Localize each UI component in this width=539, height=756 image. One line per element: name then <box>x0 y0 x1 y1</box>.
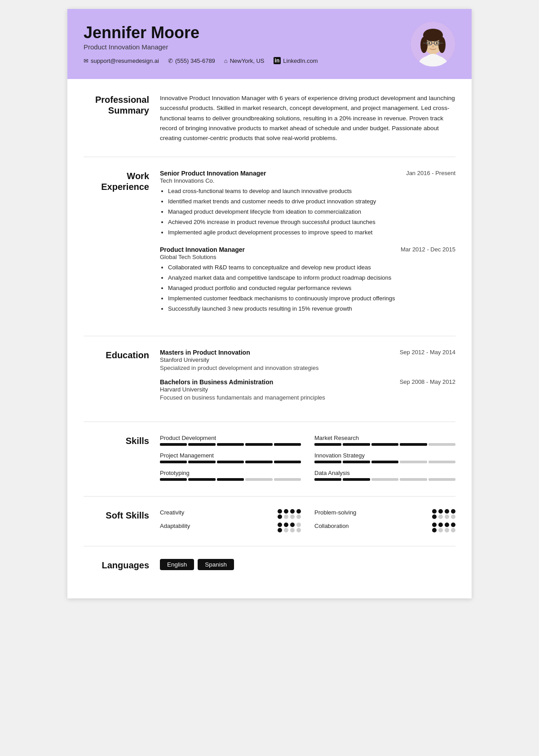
skill-item: Data Analysis <box>314 470 455 481</box>
edu-1: Masters in Product Innovation Sep 2012 -… <box>160 349 455 371</box>
bullet: Lead cross-functional teams to develop a… <box>168 187 455 196</box>
divider-3 <box>84 422 455 422</box>
divider-2 <box>84 336 455 336</box>
skill-segment <box>245 443 272 446</box>
edu-2-header: Bachelors in Business Administration Sep… <box>160 378 455 386</box>
skill-bars <box>314 461 455 463</box>
job-2: Product Innovation Manager Mar 2012 - De… <box>160 246 455 313</box>
dots-container <box>278 509 301 519</box>
dot <box>438 514 443 519</box>
dots-row <box>278 514 301 519</box>
bullet: Analyzed market data and competitive lan… <box>168 273 455 283</box>
skill-item: Prototyping <box>160 470 301 481</box>
skill-segment <box>343 443 370 446</box>
job-2-date: Mar 2012 - Dec 2015 <box>401 246 455 253</box>
dot <box>284 523 288 527</box>
dots-row <box>278 528 301 532</box>
dots-row <box>432 509 455 514</box>
languages-content: EnglishSpanish <box>160 559 455 571</box>
dot <box>445 528 449 532</box>
location-text: NewYork, US <box>230 57 265 64</box>
skill-name: Market Research <box>314 435 455 441</box>
dot <box>284 528 288 532</box>
skill-bars <box>314 478 455 481</box>
bullet: Identified market trends and customer ne… <box>168 197 455 207</box>
dot <box>438 528 443 532</box>
dot <box>445 509 449 514</box>
skill-segment <box>429 443 455 446</box>
contact-email: ✉ support@resumedesign.ai <box>84 57 159 64</box>
dots-row <box>278 523 301 527</box>
skill-segment <box>188 461 215 463</box>
dot <box>451 523 455 527</box>
resume-body: ProfessionalSummary Innovative Product I… <box>67 79 472 598</box>
phone-icon: ✆ <box>168 57 173 64</box>
dots-row <box>432 528 455 532</box>
dot <box>451 509 455 514</box>
contact-info: ✉ support@resumedesign.ai ✆ (555) 345-67… <box>84 57 318 64</box>
dots-row <box>432 523 455 527</box>
skill-bars <box>160 443 301 446</box>
dot <box>278 523 282 527</box>
summary-label: ProfessionalSummary <box>84 93 160 143</box>
edu-2-school: Harvard University <box>160 386 455 393</box>
skill-name: Product Development <box>160 435 301 441</box>
svg-point-13 <box>436 42 438 44</box>
dot <box>451 514 455 519</box>
skill-name: Prototyping <box>160 470 301 476</box>
resume-container: Jennifer Moore Product Innovation Manage… <box>67 9 472 598</box>
bullet: Successfully launched 3 new products res… <box>168 304 455 314</box>
soft-skills-grid: CreativityProblem-solvingAdaptabilityCol… <box>160 509 455 532</box>
skill-segment <box>400 443 427 446</box>
skill-item: Product Development <box>160 435 301 446</box>
dot <box>445 523 449 527</box>
dot <box>290 509 295 514</box>
dot <box>432 523 437 527</box>
work-content: Senior Product Innovation Manager Jan 20… <box>160 170 455 322</box>
soft-skill-item: Problem-solving <box>314 509 455 519</box>
contact-phone: ✆ (555) 345-6789 <box>168 57 215 64</box>
skill-bars <box>160 461 301 463</box>
dot <box>284 509 288 514</box>
location-icon: ⌂ <box>224 57 228 64</box>
soft-skill-name: Collaboration <box>314 523 349 529</box>
skill-segment <box>245 461 272 463</box>
job-1-company: Tech Innovations Co. <box>160 177 455 184</box>
edu-1-header: Masters in Product Innovation Sep 2012 -… <box>160 349 455 356</box>
edu-1-school: Stanford University <box>160 356 455 363</box>
job-2-company: Global Tech Solutions <box>160 254 455 260</box>
skill-segment <box>371 478 398 481</box>
candidate-title: Product Innovation Manager <box>84 43 318 51</box>
dots-row <box>432 514 455 519</box>
work-label: WorkExperience <box>84 170 160 322</box>
dot <box>284 514 288 519</box>
skill-segment <box>314 443 341 446</box>
svg-point-6 <box>438 37 446 53</box>
bullet: Collaborated with R&D teams to conceptua… <box>168 263 455 273</box>
bullet: Managed product portfolio and conducted … <box>168 284 455 293</box>
phone-text: (555) 345-6789 <box>175 57 215 64</box>
skill-segment <box>400 461 427 463</box>
svg-point-5 <box>420 37 428 53</box>
skill-name: Project Management <box>160 452 301 459</box>
edu-2-date: Sep 2008 - May 2012 <box>400 378 455 385</box>
divider-4 <box>84 496 455 497</box>
skill-segment <box>314 478 341 481</box>
summary-text: Innovative Product Innovation Manager wi… <box>160 93 455 143</box>
dot <box>451 528 455 532</box>
dot <box>296 523 301 527</box>
job-1-title: Senior Product Innovation Manager <box>160 170 266 177</box>
languages-label: Languages <box>84 559 160 571</box>
job-1-bullets: Lead cross-functional teams to develop a… <box>160 187 455 237</box>
job-1: Senior Product Innovation Manager Jan 20… <box>160 170 455 237</box>
svg-point-14 <box>432 45 434 48</box>
skill-segment <box>274 461 301 463</box>
skill-item: Market Research <box>314 435 455 446</box>
language-tag: English <box>160 559 194 570</box>
dots-container <box>278 523 301 532</box>
skill-segment <box>160 461 187 463</box>
skill-segment <box>343 478 370 481</box>
skill-item: Project Management <box>160 452 301 463</box>
edu-1-desc: Specialized in product development and i… <box>160 365 455 371</box>
skill-item: Innovation Strategy <box>314 452 455 463</box>
